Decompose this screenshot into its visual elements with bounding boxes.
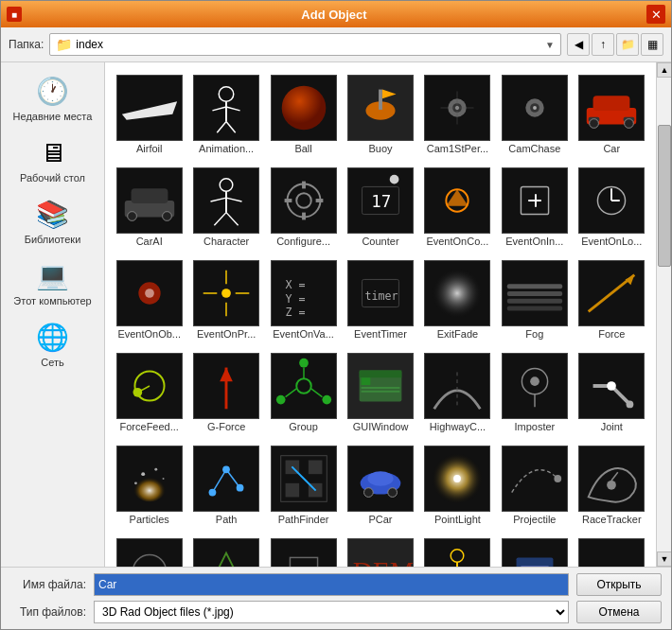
svg-point-70 bbox=[145, 289, 154, 298]
file-item-gforce[interactable]: G-Force bbox=[189, 348, 262, 437]
svg-rect-49 bbox=[302, 182, 306, 189]
file-thumb bbox=[502, 167, 568, 234]
svg-point-10 bbox=[281, 86, 326, 131]
file-thumb bbox=[193, 538, 259, 567]
file-thumb bbox=[116, 353, 183, 419]
file-item-imposter[interactable]: Imposter bbox=[498, 348, 571, 437]
file-label: G-Force bbox=[207, 421, 245, 432]
up-button[interactable]: ↑ bbox=[592, 33, 614, 56]
scroll-up-arrow[interactable]: ▲ bbox=[657, 62, 671, 78]
file-item-exitfade[interactable]: ExitFade bbox=[421, 255, 494, 344]
file-item-force[interactable]: Force bbox=[575, 255, 648, 344]
svg-point-104 bbox=[322, 395, 331, 405]
sidebar-item-recent[interactable]: 🕐 Недавние места bbox=[5, 70, 100, 128]
svg-rect-132 bbox=[194, 446, 258, 511]
file-item-car[interactable]: Car bbox=[575, 70, 648, 159]
desktop-icon: 🖥 bbox=[40, 137, 66, 168]
svg-point-37 bbox=[127, 212, 136, 221]
view-button[interactable]: ▦ bbox=[641, 33, 663, 56]
svg-text:Y =: Y = bbox=[285, 292, 305, 306]
cancel-button[interactable]: Отмена bbox=[576, 601, 662, 623]
file-thumb bbox=[502, 353, 568, 419]
file-item-eventonco[interactable]: EventOnCo... bbox=[421, 163, 494, 252]
svg-text:17: 17 bbox=[371, 192, 391, 211]
file-item-highwayc[interactable]: HighwayC... bbox=[421, 348, 494, 437]
file-item-path[interactable]: Path bbox=[189, 441, 262, 530]
content-area: 🕐 Недавние места 🖥 Рабочий стол 📚 Библио… bbox=[1, 62, 671, 567]
file-item-item42[interactable] bbox=[575, 534, 648, 567]
file-thumb bbox=[116, 75, 183, 141]
file-label: Configure... bbox=[276, 236, 330, 247]
close-button[interactable]: ✕ bbox=[646, 5, 665, 24]
new-folder-button[interactable]: 📁 bbox=[616, 33, 639, 56]
file-item-airfoil[interactable]: Airfoil bbox=[113, 70, 186, 159]
file-thumb bbox=[116, 446, 183, 512]
file-item-carai[interactable]: CarAI bbox=[113, 163, 186, 252]
file-item-buoy[interactable]: Buoy bbox=[344, 70, 416, 159]
file-item-counter[interactable]: 17 Counter bbox=[344, 163, 416, 252]
svg-point-38 bbox=[162, 212, 171, 221]
file-item-ball[interactable]: Ball bbox=[267, 70, 340, 159]
svg-text:timer: timer bbox=[364, 289, 398, 303]
file-grid-container[interactable]: Airfoil Animation... Ball Buoy Cam1StPer… bbox=[105, 62, 656, 567]
file-item-eventonpr[interactable]: EventOnPr... bbox=[189, 255, 262, 344]
scroll-track[interactable] bbox=[657, 78, 671, 551]
filetype-select[interactable]: 3D Rad Object files (*.jpg) bbox=[94, 601, 569, 623]
sidebar-computer-label: Этот компьютер bbox=[13, 295, 91, 306]
sidebar: 🕐 Недавние места 🖥 Рабочий стол 📚 Библио… bbox=[1, 62, 105, 567]
file-label: EventOnCo... bbox=[426, 236, 488, 247]
scroll-thumb[interactable] bbox=[658, 125, 671, 267]
file-item-eventtimer[interactable]: timer EventTimer bbox=[344, 255, 416, 344]
file-item-fog[interactable]: Fog bbox=[498, 255, 571, 344]
svg-rect-46 bbox=[272, 168, 336, 233]
file-thumb bbox=[502, 75, 568, 141]
file-item-character[interactable]: Character bbox=[189, 163, 262, 252]
folder-path[interactable]: 📁 index ▼ bbox=[49, 33, 561, 56]
file-item-item40[interactable] bbox=[421, 534, 494, 567]
file-thumb bbox=[193, 260, 259, 326]
file-item-item38[interactable] bbox=[267, 534, 340, 567]
svg-rect-111 bbox=[360, 370, 402, 377]
file-label: PathFinder bbox=[278, 514, 329, 525]
file-item-camchase[interactable]: CamChase bbox=[498, 70, 571, 159]
back-button[interactable]: ◀ bbox=[567, 33, 590, 56]
svg-rect-52 bbox=[315, 199, 323, 202]
window-title: Add Object bbox=[22, 8, 646, 22]
svg-rect-29 bbox=[593, 96, 630, 111]
file-item-eventonob[interactable]: EventOnOb... bbox=[113, 255, 186, 344]
file-item-item41[interactable] bbox=[498, 534, 571, 567]
file-label: RaceTracker bbox=[582, 514, 642, 525]
file-item-item36[interactable] bbox=[113, 534, 186, 567]
file-item-pointlight[interactable]: PointLight bbox=[421, 441, 494, 530]
file-item-item39[interactable]: DEMO bbox=[344, 534, 416, 567]
sidebar-item-computer[interactable]: 💻 Этот компьютер bbox=[5, 254, 100, 312]
file-item-pcar[interactable]: PCar bbox=[344, 441, 416, 530]
sidebar-item-desktop[interactable]: 🖥 Рабочий стол bbox=[5, 131, 100, 189]
file-thumb bbox=[116, 538, 183, 567]
file-label: EventOnOb... bbox=[117, 328, 181, 340]
sidebar-item-network[interactable]: 🌐 Сеть bbox=[5, 316, 100, 374]
open-button[interactable]: Открыть bbox=[576, 573, 662, 596]
svg-point-32 bbox=[590, 119, 599, 129]
file-item-guiwindow[interactable]: GUIWindow bbox=[344, 348, 416, 437]
file-item-joint[interactable]: Joint bbox=[575, 348, 648, 437]
file-item-item37[interactable] bbox=[189, 534, 262, 567]
libraries-icon: 📚 bbox=[36, 199, 69, 230]
file-item-animation[interactable]: Animation... bbox=[189, 70, 262, 159]
file-item-forcefeed[interactable]: ForceFeed... bbox=[113, 348, 186, 437]
file-item-eventonlo[interactable]: EventOnLo... bbox=[575, 163, 648, 252]
sidebar-item-libraries[interactable]: 📚 Библиотеки bbox=[5, 193, 100, 251]
file-thumb bbox=[271, 538, 337, 567]
file-item-racetracker[interactable]: RaceTracker bbox=[575, 441, 648, 530]
file-item-pathfinder[interactable]: PathFinder bbox=[267, 441, 340, 530]
file-item-eventonva[interactable]: X =Y =Z = EventOnVa... bbox=[267, 255, 340, 344]
file-item-projectile[interactable]: Projectile bbox=[498, 441, 571, 530]
file-item-group[interactable]: Group bbox=[267, 348, 340, 437]
file-item-cam1stper[interactable]: Cam1StPer... bbox=[421, 70, 494, 159]
scroll-down-arrow[interactable]: ▼ bbox=[657, 551, 671, 567]
file-item-configure[interactable]: Configure... bbox=[267, 163, 340, 252]
filename-input[interactable] bbox=[94, 573, 569, 596]
file-label: Cam1StPer... bbox=[427, 143, 488, 154]
file-item-particles[interactable]: Particles bbox=[113, 441, 186, 530]
file-item-eventonin[interactable]: EventOnIn... bbox=[498, 163, 571, 252]
